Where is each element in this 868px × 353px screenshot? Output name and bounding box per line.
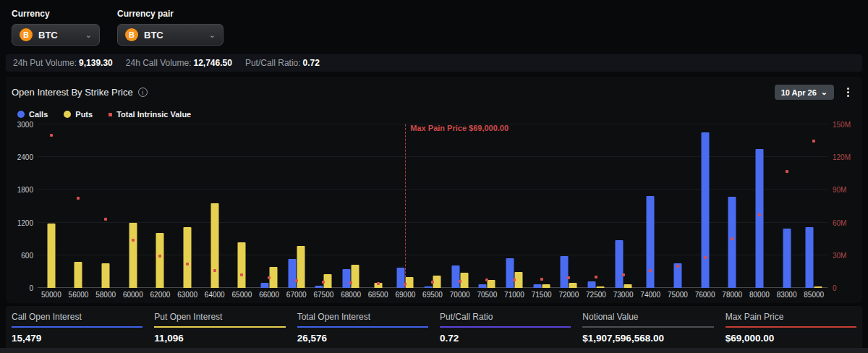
put-bar[interactable] bbox=[596, 286, 604, 288]
call-bar[interactable] bbox=[783, 229, 791, 288]
call-bar[interactable] bbox=[288, 259, 296, 288]
call-bar[interactable] bbox=[615, 240, 623, 288]
bar-group[interactable] bbox=[610, 124, 637, 288]
intrinsic-value-marker[interactable] bbox=[104, 218, 107, 221]
call-bar[interactable] bbox=[479, 284, 487, 288]
intrinsic-value-marker[interactable] bbox=[758, 213, 761, 216]
put-bar[interactable] bbox=[102, 263, 110, 288]
expiry-date-dropdown[interactable]: 10 Apr 26 ⌄ bbox=[775, 85, 834, 100]
put-bar[interactable] bbox=[488, 280, 495, 288]
put-bar[interactable] bbox=[460, 273, 468, 288]
call-bar[interactable] bbox=[728, 197, 736, 288]
call-bar[interactable] bbox=[533, 284, 541, 288]
intrinsic-value-marker[interactable] bbox=[540, 278, 543, 281]
intrinsic-value-marker[interactable] bbox=[77, 197, 80, 200]
bar-group[interactable] bbox=[555, 124, 582, 288]
call-bar[interactable] bbox=[343, 269, 351, 288]
call-bar[interactable] bbox=[806, 227, 814, 288]
put-bar[interactable] bbox=[210, 203, 218, 288]
put-bar[interactable] bbox=[270, 267, 278, 288]
bar-group[interactable] bbox=[65, 124, 93, 288]
bar-group[interactable] bbox=[692, 124, 719, 288]
put-bar[interactable] bbox=[47, 224, 55, 288]
bar-group[interactable] bbox=[337, 124, 365, 288]
put-bar[interactable] bbox=[238, 242, 246, 288]
bar-group[interactable] bbox=[92, 124, 119, 288]
bar-group[interactable] bbox=[637, 124, 664, 288]
bar-group[interactable] bbox=[800, 124, 827, 288]
put-bar[interactable] bbox=[324, 274, 332, 288]
intrinsic-value-marker[interactable] bbox=[132, 239, 135, 242]
intrinsic-value-marker[interactable] bbox=[676, 265, 679, 268]
intrinsic-value-marker[interactable] bbox=[213, 269, 216, 272]
legend-item[interactable]: Calls bbox=[17, 110, 48, 119]
intrinsic-value-marker[interactable] bbox=[622, 273, 625, 276]
put-bar[interactable] bbox=[542, 284, 550, 288]
horizontal-scrollbar[interactable] bbox=[0, 348, 868, 353]
call-bar[interactable] bbox=[587, 281, 595, 288]
call-bar[interactable] bbox=[451, 265, 459, 288]
intrinsic-value-marker[interactable] bbox=[812, 140, 815, 143]
intrinsic-value-marker[interactable] bbox=[240, 273, 243, 276]
put-bar[interactable] bbox=[129, 223, 137, 288]
intrinsic-value-marker[interactable] bbox=[459, 280, 461, 283]
put-bar[interactable] bbox=[156, 233, 164, 288]
bar-group[interactable] bbox=[718, 124, 746, 288]
call-bar[interactable] bbox=[506, 258, 514, 288]
bar-group[interactable] bbox=[174, 124, 201, 288]
kebab-menu-icon[interactable] bbox=[843, 85, 854, 99]
call-bar[interactable] bbox=[647, 196, 655, 288]
bar-group[interactable] bbox=[201, 124, 229, 288]
intrinsic-value-marker[interactable] bbox=[786, 170, 788, 173]
call-bar[interactable] bbox=[755, 149, 763, 288]
call-bar[interactable] bbox=[424, 286, 432, 288]
call-bar[interactable] bbox=[701, 132, 709, 288]
put-bar[interactable] bbox=[514, 272, 522, 288]
bar-group[interactable] bbox=[38, 124, 65, 288]
bar-group[interactable] bbox=[664, 124, 692, 288]
bar-group[interactable] bbox=[746, 124, 773, 288]
bar-group[interactable] bbox=[446, 124, 474, 288]
currency-dropdown[interactable]: B BTC ⌄ bbox=[12, 24, 100, 46]
put-bar[interactable] bbox=[814, 286, 822, 288]
call-bar[interactable] bbox=[315, 286, 323, 288]
intrinsic-value-marker[interactable] bbox=[349, 281, 352, 284]
put-bar[interactable] bbox=[352, 265, 359, 288]
bar-group[interactable] bbox=[147, 124, 174, 288]
intrinsic-value-marker[interactable] bbox=[431, 281, 434, 284]
intrinsic-value-marker[interactable] bbox=[704, 256, 707, 259]
bar-group[interactable] bbox=[473, 124, 501, 288]
bar-group[interactable] bbox=[419, 124, 446, 288]
bar-group[interactable] bbox=[255, 124, 283, 288]
put-bar[interactable] bbox=[624, 284, 631, 288]
intrinsic-value-marker[interactable] bbox=[595, 276, 597, 278]
legend-item[interactable]: Total Intrinsic Value bbox=[109, 110, 191, 119]
put-bar[interactable] bbox=[433, 276, 441, 288]
intrinsic-value-marker[interactable] bbox=[295, 279, 298, 282]
currency-pair-dropdown[interactable]: B BTC ⌄ bbox=[117, 24, 224, 46]
intrinsic-value-marker[interactable] bbox=[731, 237, 733, 240]
intrinsic-value-marker[interactable] bbox=[513, 278, 516, 281]
info-icon[interactable]: i bbox=[138, 88, 148, 97]
put-bar[interactable] bbox=[569, 283, 577, 288]
legend-item[interactable]: Puts bbox=[64, 110, 93, 119]
put-bar[interactable] bbox=[75, 262, 82, 288]
intrinsic-value-marker[interactable] bbox=[186, 263, 189, 265]
bar-group[interactable] bbox=[119, 124, 147, 288]
bar-group[interactable] bbox=[365, 124, 392, 288]
call-bar[interactable] bbox=[561, 256, 569, 288]
intrinsic-value-marker[interactable] bbox=[50, 134, 53, 137]
put-bar[interactable] bbox=[406, 277, 414, 288]
intrinsic-value-marker[interactable] bbox=[649, 269, 652, 272]
bar-group[interactable] bbox=[229, 124, 256, 288]
bar-group[interactable] bbox=[310, 124, 338, 288]
bar-group[interactable] bbox=[283, 124, 310, 288]
bar-group[interactable] bbox=[528, 124, 556, 288]
bar-group[interactable] bbox=[501, 124, 528, 288]
put-bar[interactable] bbox=[297, 246, 305, 288]
intrinsic-value-marker[interactable] bbox=[377, 282, 380, 285]
put-bar[interactable] bbox=[184, 227, 192, 288]
bar-group[interactable] bbox=[582, 124, 610, 288]
intrinsic-value-marker[interactable] bbox=[268, 276, 271, 279]
bar-group[interactable] bbox=[773, 124, 801, 288]
